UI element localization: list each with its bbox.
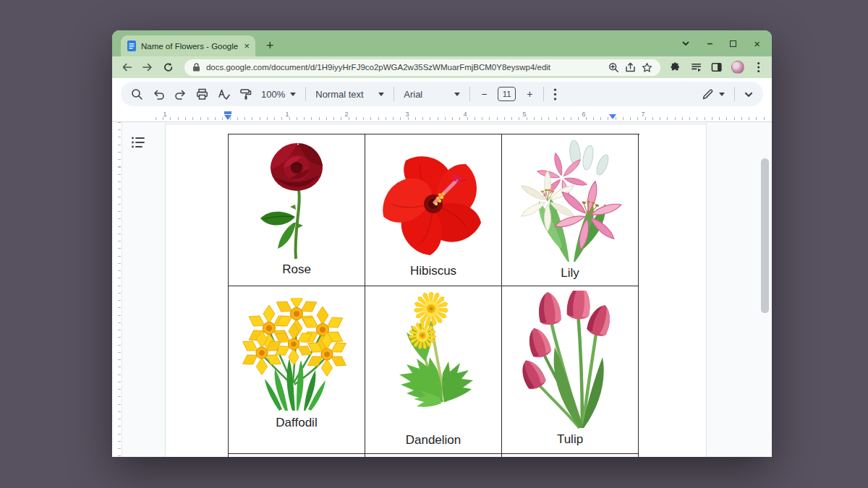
right-indent-marker[interactable] [609, 114, 616, 119]
decrease-font-size-button[interactable]: − [480, 88, 488, 100]
table-cell-rose[interactable]: Rose [229, 134, 365, 286]
google-docs-icon [127, 40, 136, 51]
undo-icon[interactable] [153, 88, 165, 100]
toolbar-divider [393, 87, 394, 101]
horizontal-ruler: 1 1 2 3 4 5 6 7 [112, 110, 772, 122]
bookmark-star-icon[interactable] [642, 62, 652, 73]
media-controls-icon[interactable] [691, 61, 702, 73]
document-area: Rose [112, 122, 772, 457]
font-family-select[interactable]: Arial [404, 89, 460, 100]
flower-label: Lily [502, 266, 638, 281]
ruler-number: 1 [162, 111, 168, 118]
toolbar-divider [543, 87, 544, 101]
zoom-select[interactable]: 100% [261, 89, 296, 100]
table-cell-empty[interactable] [365, 454, 502, 457]
window-close-button[interactable]: × [754, 38, 760, 50]
dropdown-arrow-icon [378, 93, 384, 96]
profile-avatar[interactable] [731, 61, 744, 74]
zoom-value: 100% [261, 89, 285, 100]
spell-check-icon[interactable] [218, 88, 230, 100]
extensions-icon[interactable] [670, 61, 681, 73]
window-menu-chevron-icon[interactable] [682, 41, 689, 46]
flower-table: Rose [228, 134, 639, 457]
address-bar[interactable]: docs.google.com/document/d/1H9iyyHrFJ9co… [184, 59, 661, 76]
browser-menu-icon[interactable] [754, 61, 763, 73]
dandelion-illustration [379, 292, 488, 428]
font-size-input[interactable]: 11 [498, 87, 516, 101]
tab-title: Name of Flowers - Google Docs [141, 42, 239, 51]
vertical-scrollbar-thumb[interactable] [761, 158, 769, 313]
docs-toolbar-pill: 100% Normal text Arial − 11 + [121, 82, 763, 106]
document-page[interactable]: Rose [165, 124, 707, 457]
maximize-button[interactable] [730, 40, 736, 47]
print-icon[interactable] [196, 88, 208, 100]
url-text: docs.google.com/document/d/1H9iyyHrFJ9co… [206, 63, 603, 72]
browser-toolbar: docs.google.com/document/d/1H9iyyHrFJ9co… [112, 56, 772, 78]
flower-label: Rose [229, 262, 365, 277]
dropdown-arrow-icon [719, 93, 725, 96]
table-cell-dandelion[interactable]: Dandelion [365, 286, 502, 454]
font-value: Arial [404, 89, 449, 100]
flower-label: Tulip [502, 432, 638, 447]
redo-icon[interactable] [174, 88, 187, 100]
tab-strip: Name of Flowers - Google Docs × + – × [112, 30, 772, 56]
table-cell-daffodil[interactable]: Daffodil [229, 286, 365, 454]
search-icon[interactable] [131, 88, 143, 100]
flower-label: Hibiscus [365, 264, 501, 278]
table-cell-tulip[interactable]: Tulip [502, 286, 639, 454]
hibiscus-illustration [371, 146, 495, 260]
browser-tab[interactable]: Name of Flowers - Google Docs × [121, 35, 255, 56]
new-tab-button[interactable]: + [266, 35, 274, 56]
toolbar-divider [734, 87, 735, 101]
table-cell-lily[interactable]: Lily [502, 134, 639, 286]
daffodil-illustration [242, 298, 352, 412]
paint-format-icon[interactable] [239, 88, 252, 100]
ruler-number: 6 [581, 111, 587, 118]
ruler-ticks [156, 117, 766, 120]
ruler-number: 1 [284, 111, 290, 118]
more-options-icon[interactable] [553, 88, 557, 100]
ruler-number: 2 [344, 111, 349, 118]
zoom-icon[interactable] [608, 62, 619, 73]
dropdown-arrow-icon [290, 93, 296, 96]
vertical-ruler [112, 122, 122, 457]
ruler-number: 3 [404, 111, 410, 118]
tulip-illustration [513, 291, 627, 432]
ruler-number: 7 [640, 111, 646, 118]
window-controls: – × [682, 30, 760, 56]
ruler-number: 5 [522, 111, 527, 118]
increase-font-size-button[interactable]: + [525, 88, 534, 100]
editing-mode-select[interactable] [702, 88, 725, 100]
share-icon[interactable] [625, 62, 636, 73]
hide-menus-chevron-icon[interactable] [744, 92, 753, 97]
forward-icon[interactable] [142, 61, 153, 73]
table-cell-hibiscus[interactable]: Hibiscus [365, 134, 502, 286]
toolbar-divider [469, 87, 470, 101]
table-cell-empty[interactable] [229, 454, 365, 457]
browser-window: Name of Flowers - Google Docs × + – × [112, 30, 772, 457]
tab-close-icon[interactable]: × [244, 41, 250, 51]
table-cell-empty[interactable] [502, 454, 639, 457]
dropdown-arrow-icon [454, 93, 460, 96]
style-value: Normal text [315, 89, 373, 100]
flower-label: Daffodil [229, 416, 365, 430]
toolbar-divider [305, 87, 306, 101]
minimize-button[interactable]: – [707, 38, 712, 49]
side-panel-icon[interactable] [711, 61, 722, 73]
ruler-number: 4 [462, 111, 468, 118]
left-indent-marker[interactable] [224, 111, 231, 120]
lock-icon [192, 63, 200, 72]
lily-illustration [517, 140, 623, 263]
docs-toolbar: 100% Normal text Arial − 11 + [112, 78, 772, 110]
rose-illustration [250, 142, 343, 263]
document-outline-icon[interactable] [130, 134, 146, 150]
paragraph-style-select[interactable]: Normal text [315, 89, 384, 100]
flower-label: Dandelion [365, 433, 501, 448]
pencil-icon [702, 88, 714, 100]
back-icon[interactable] [122, 61, 132, 73]
reload-icon[interactable] [163, 61, 174, 73]
